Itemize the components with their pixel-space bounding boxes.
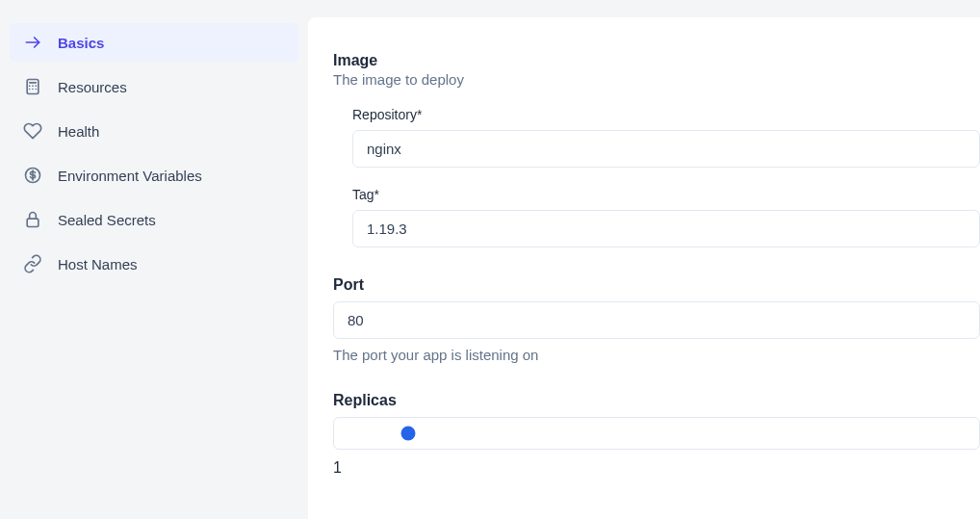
heart-icon (23, 121, 42, 141)
port-input[interactable] (333, 301, 980, 339)
repository-input[interactable] (352, 130, 980, 168)
dollar-icon (23, 166, 42, 185)
image-desc: The image to deploy (333, 71, 980, 88)
sidebar-item-resources[interactable]: Resources (10, 67, 298, 106)
port-help: The port your app is listening on (333, 347, 980, 363)
arrow-right-icon (23, 33, 42, 52)
svg-rect-11 (27, 219, 39, 226)
repository-label: Repository* (352, 107, 980, 122)
main-panel: Image The image to deploy Repository* Ta… (308, 17, 980, 519)
port-title: Port (333, 276, 980, 294)
sidebar-item-basics[interactable]: Basics (10, 23, 298, 62)
image-section: Image The image to deploy Repository* Ta… (333, 52, 980, 247)
sidebar: Basics Resources Health Environment Vari… (0, 0, 308, 519)
sidebar-item-health[interactable]: Health (10, 112, 298, 150)
sidebar-item-label: Health (58, 123, 99, 140)
replicas-slider[interactable] (333, 417, 980, 450)
sidebar-item-sealed-secrets[interactable]: Sealed Secrets (10, 200, 298, 239)
slider-thumb[interactable] (400, 427, 415, 441)
sidebar-item-host-names[interactable]: Host Names (10, 245, 298, 283)
sidebar-item-label: Basics (58, 35, 104, 51)
port-section: Port The port your app is listening on (333, 276, 980, 363)
tag-label: Tag* (352, 187, 980, 202)
calculator-icon (23, 77, 42, 96)
tag-input[interactable] (352, 210, 980, 247)
sidebar-item-label: Resources (58, 79, 127, 95)
replicas-section: Replicas 1 (333, 392, 980, 477)
link-icon (23, 254, 42, 273)
sidebar-item-env-vars[interactable]: Environment Variables (10, 156, 298, 195)
replicas-value: 1 (333, 459, 980, 477)
image-title: Image (333, 52, 980, 69)
slider-track (353, 431, 960, 435)
replicas-title: Replicas (333, 392, 980, 409)
lock-icon (23, 210, 42, 229)
tag-field-group: Tag* (352, 187, 980, 247)
sidebar-item-label: Host Names (58, 256, 138, 272)
repository-field-group: Repository* (352, 107, 980, 168)
sidebar-item-label: Environment Variables (58, 168, 202, 184)
sidebar-item-label: Sealed Secrets (58, 212, 156, 228)
